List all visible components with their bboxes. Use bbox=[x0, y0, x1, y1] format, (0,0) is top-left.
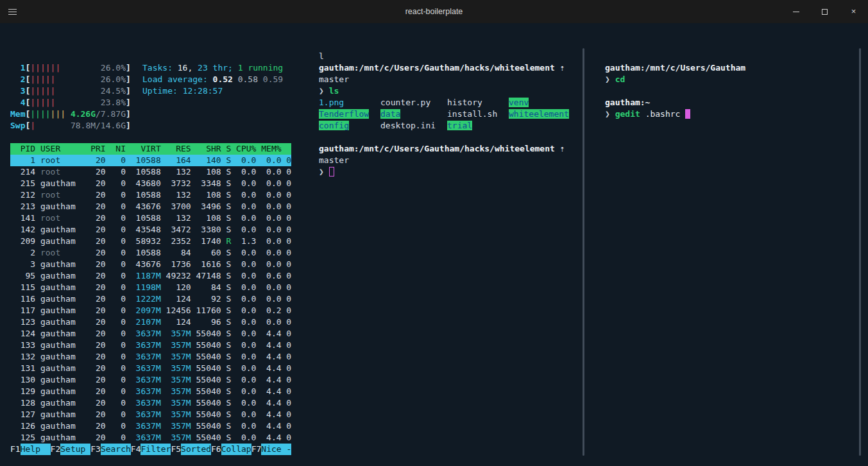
cell-user: gautham bbox=[40, 363, 85, 374]
process-row[interactable]: 131gautham2003637M357M55040S0.04.40 bbox=[10, 363, 291, 374]
cell-cpu: 0.0 bbox=[231, 328, 256, 340]
cell-st: S bbox=[221, 328, 232, 340]
process-row[interactable]: 209gautham2005893223521740R1.30.00 bbox=[10, 236, 291, 247]
column-header-CPU%[interactable]: CPU% bbox=[231, 143, 256, 155]
fkey-label-F6[interactable]: Collap bbox=[221, 444, 251, 455]
process-row[interactable]: 117gautham2002097M1245611760S0.00.20 bbox=[10, 305, 291, 316]
cell-t: 0 bbox=[282, 316, 292, 328]
cell-ni: 0 bbox=[106, 420, 126, 432]
column-header-S[interactable]: S bbox=[221, 143, 232, 155]
ls-output: 1.pngcounter.pyhistoryvenvTenderflowdata… bbox=[319, 97, 587, 132]
cell-user: root bbox=[40, 212, 85, 224]
fkey-F1[interactable]: F1 bbox=[10, 444, 21, 454]
cell-user: gautham bbox=[40, 236, 85, 247]
menu-button[interactable] bbox=[0, 0, 24, 23]
process-row[interactable]: 129gautham2003637M357M55040S0.04.40 bbox=[10, 386, 291, 397]
process-row[interactable]: 126gautham2003637M357M55040S0.04.40 bbox=[10, 420, 291, 432]
process-row[interactable]: 215gautham2004368037323348S0.00.00 bbox=[10, 178, 291, 189]
process-row[interactable]: 3gautham2004367617361616S0.00.00 bbox=[10, 259, 291, 270]
file-entry: counter.py bbox=[380, 98, 430, 107]
process-row[interactable]: 116gautham2001222M12492S0.00.00 bbox=[10, 293, 291, 305]
cell-pri: 20 bbox=[85, 189, 105, 201]
cell-virt: 2097M bbox=[126, 305, 161, 316]
cell-st: S bbox=[221, 247, 232, 259]
fkey-F5[interactable]: F5 bbox=[171, 444, 181, 454]
column-header-MEM%[interactable]: MEM% bbox=[256, 143, 281, 155]
process-row[interactable]: 2root200105888460S0.00.00 bbox=[10, 247, 291, 259]
cell-pri: 20 bbox=[85, 420, 105, 432]
process-row[interactable]: 142gautham2004354834723380S0.00.00 bbox=[10, 224, 291, 236]
fkey-label-F5[interactable]: Sorted bbox=[181, 444, 211, 455]
process-row[interactable]: 133gautham2003637M357M55040S0.04.40 bbox=[10, 340, 291, 351]
column-header-RES[interactable]: RES bbox=[161, 143, 191, 155]
cell-st: S bbox=[221, 305, 232, 316]
process-row[interactable]: 115gautham2001198M12084S0.00.00 bbox=[10, 282, 291, 293]
process-row[interactable]: 141root20010588132108S0.00.00 bbox=[10, 212, 291, 224]
process-row[interactable]: 128gautham2003637M357M55040S0.04.40 bbox=[10, 397, 291, 409]
cell-t: 0 bbox=[282, 374, 292, 386]
cell-ni: 0 bbox=[106, 305, 126, 316]
fkey-label-F1[interactable]: Help bbox=[21, 444, 51, 455]
column-header-PRI[interactable]: PRI bbox=[85, 143, 105, 155]
process-row[interactable]: 212root20010588132108S0.00.00 bbox=[10, 189, 291, 201]
cell-cpu: 0.0 bbox=[231, 189, 256, 201]
process-row[interactable]: 132gautham2003637M357M55040S0.04.40 bbox=[10, 351, 291, 363]
command-line: ❯ cd bbox=[605, 74, 868, 85]
terminal-pane-right[interactable]: gautham:/mnt/c/Users/Gautham ❯ cd gautha… bbox=[596, 23, 868, 466]
process-row[interactable]: 123gautham2002107M12496S0.00.00 bbox=[10, 316, 291, 328]
fkey-F2[interactable]: F2 bbox=[51, 444, 61, 454]
column-header-SHR[interactable]: SHR bbox=[191, 143, 221, 155]
cell-ni: 0 bbox=[106, 340, 126, 351]
close-button[interactable]: × bbox=[839, 0, 868, 23]
terminal-pane-middle[interactable]: l gautham:/mnt/c/Users/Gautham/hacks/whi… bbox=[310, 23, 587, 466]
minimize-button[interactable] bbox=[781, 0, 810, 23]
cell-cpu: 0.0 bbox=[231, 340, 256, 351]
cell-user: gautham bbox=[40, 282, 85, 293]
load-15m: 0.59 bbox=[263, 74, 283, 84]
cell-res: 132 bbox=[161, 166, 191, 178]
ls-row: configdesktop.initrial bbox=[319, 120, 587, 132]
cell-pri: 20 bbox=[85, 201, 105, 212]
text-cursor bbox=[329, 167, 334, 177]
fkey-F3[interactable]: F3 bbox=[90, 444, 101, 454]
cell-cpu: 0.0 bbox=[231, 259, 256, 270]
htop-pane[interactable]: 1[||||||26.0%]2[|||||26.0%]3[|||||24.5%]… bbox=[0, 23, 302, 466]
fkey-F7[interactable]: F7 bbox=[251, 444, 262, 454]
process-row[interactable]: 130gautham2003637M357M55040S0.04.40 bbox=[10, 374, 291, 386]
cell-ni: 0 bbox=[106, 409, 126, 420]
cell-st: S bbox=[221, 189, 232, 201]
cell-shr: 55040 bbox=[191, 386, 221, 397]
prompt-path-line: gautham:~ bbox=[605, 97, 868, 108]
cell-pri: 20 bbox=[85, 178, 105, 189]
cell-res: 357M bbox=[161, 351, 191, 363]
fkey-F6[interactable]: F6 bbox=[211, 444, 221, 454]
command-line: ❯ ls bbox=[319, 85, 587, 97]
fkey-label-F2[interactable]: Setup bbox=[60, 444, 90, 455]
column-header-NI[interactable]: NI bbox=[106, 143, 126, 155]
process-row[interactable]: 127gautham2003637M357M55040S0.04.40 bbox=[10, 409, 291, 420]
fkey-label-F7[interactable]: Nice - bbox=[261, 444, 291, 455]
process-row[interactable]: 95gautham2001187M4923247148S0.00.60 bbox=[10, 270, 291, 282]
column-header-VIRT[interactable]: VIRT bbox=[126, 143, 161, 155]
middle-pane-scrollbar[interactable] bbox=[583, 48, 584, 456]
cell-t: 0 bbox=[282, 351, 292, 363]
cell-shr: 96 bbox=[191, 316, 221, 328]
process-row[interactable]: 214root20010588132108S0.00.00 bbox=[10, 166, 291, 178]
cell-shr: 55040 bbox=[191, 351, 221, 363]
process-table-header[interactable]: PIDUSERPRINIVIRTRESSHRSCPU%MEM% bbox=[10, 143, 291, 155]
column-header-PID[interactable]: PID bbox=[10, 143, 35, 155]
process-row[interactable]: 1root20010588164140S0.00.00 bbox=[10, 155, 291, 166]
fkey-F4[interactable]: F4 bbox=[131, 444, 141, 454]
cell-pid: 214 bbox=[10, 166, 35, 178]
maximize-button[interactable] bbox=[810, 0, 839, 23]
process-row[interactable]: 124gautham2003637M357M55040S0.04.40 bbox=[10, 328, 291, 340]
fkey-label-F4[interactable]: Filter bbox=[140, 444, 171, 455]
right-pane-scrollbar[interactable] bbox=[859, 48, 861, 456]
process-row[interactable]: 213gautham2004367637003496S0.00.00 bbox=[10, 201, 291, 212]
process-row[interactable]: 125gautham2003637M357M55040S0.04.40 bbox=[10, 432, 291, 444]
column-header-USER[interactable]: USER bbox=[40, 143, 85, 155]
cell-t: 0 bbox=[282, 282, 292, 293]
htop-meters: 1[||||||26.0%]2[|||||26.0%]3[|||||24.5%]… bbox=[10, 62, 302, 132]
fkey-label-F3[interactable]: Search bbox=[101, 444, 131, 455]
cell-shr: 3380 bbox=[191, 224, 221, 236]
